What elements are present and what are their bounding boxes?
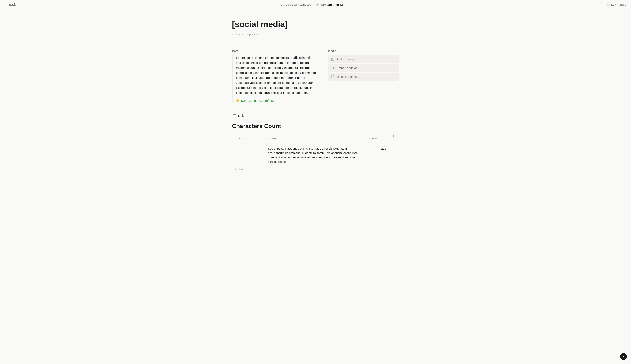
table-tab[interactable]: Table bbox=[232, 112, 245, 120]
post-body-text: Lorem ipsum dolor sit amet, consectetur … bbox=[236, 55, 318, 95]
embed-video-label: Embed or uploa... bbox=[337, 66, 360, 70]
post-column: Post Lorem ipsum dolor sit amet, consect… bbox=[232, 50, 318, 102]
add-column-button[interactable]: + bbox=[391, 134, 396, 138]
media-column: Media Add an image Embed or uploa.. bbox=[328, 50, 399, 102]
video-icon bbox=[331, 66, 335, 70]
length-col-icon: Σ bbox=[366, 137, 368, 140]
editing-label: You're editing a template in bbox=[279, 3, 314, 6]
info-icon: ⓘ bbox=[607, 3, 610, 6]
table-header-row: Aa Name ≡ Text Σ Length + ··· bbox=[232, 132, 399, 145]
row-actions-cell bbox=[389, 145, 399, 166]
add-icon: + bbox=[234, 168, 236, 171]
media-section-label: Media bbox=[328, 50, 399, 53]
text-col-icon: ≡ bbox=[268, 137, 269, 140]
more-options-button[interactable]: ··· bbox=[391, 138, 397, 143]
length-col-label: Length bbox=[369, 137, 378, 140]
more-properties-label: 5 more properties bbox=[235, 32, 258, 36]
row-length-cell: 216 bbox=[364, 145, 389, 166]
back-arrow-icon: ← bbox=[5, 3, 8, 6]
link-emoji: 👉 bbox=[236, 98, 240, 102]
name-col-icon: Aa bbox=[234, 137, 238, 140]
post-content-block: Lorem ipsum dolor sit amet, consectetur … bbox=[232, 55, 318, 102]
post-section-label: Post bbox=[232, 50, 318, 53]
image-icon bbox=[331, 57, 335, 61]
back-label: Back bbox=[9, 3, 16, 6]
back-button[interactable]: ← Back bbox=[5, 3, 16, 6]
upload-file-button[interactable]: Upload or embe... bbox=[328, 73, 399, 81]
editing-context: You're editing a template in ▦ Content P… bbox=[279, 3, 344, 6]
column-header-length[interactable]: Σ Length bbox=[364, 132, 389, 145]
corner-action-button[interactable]: ✦ bbox=[620, 353, 627, 360]
upload-file-label: Upload or embe... bbox=[337, 75, 360, 78]
embed-video-button[interactable]: Embed or uploa... bbox=[328, 64, 399, 72]
row-length-value: 216 bbox=[381, 147, 386, 150]
svg-point-1 bbox=[332, 58, 333, 59]
main-content: [social media] ∨ 5 more properties Post … bbox=[190, 9, 441, 189]
table-title: Characters Count bbox=[232, 123, 399, 130]
column-header-actions: + ··· bbox=[389, 132, 399, 145]
text-col-label: Text bbox=[271, 137, 276, 140]
chevron-down-icon: ∨ bbox=[232, 33, 234, 36]
file-icon bbox=[331, 75, 335, 78]
new-row-button[interactable]: + New bbox=[232, 166, 399, 172]
table-tabs: Table bbox=[232, 112, 399, 120]
column-header-text[interactable]: ≡ Text bbox=[265, 132, 364, 145]
new-row-label: New bbox=[237, 168, 243, 171]
table-icon bbox=[233, 114, 236, 117]
app-db-icon: ▦ bbox=[316, 3, 319, 6]
svg-rect-2 bbox=[331, 67, 334, 69]
divider bbox=[232, 42, 399, 43]
row-name-cell[interactable] bbox=[232, 145, 265, 166]
top-bar: ← Back You're editing a template in ▦ Co… bbox=[0, 0, 631, 9]
post-media-section: Post Lorem ipsum dolor sit amet, consect… bbox=[232, 50, 399, 102]
link-text: ramesquinerie.com/blog bbox=[241, 99, 275, 102]
more-properties-toggle[interactable]: ∨ 5 more properties bbox=[232, 32, 399, 36]
page-title: [social media] bbox=[232, 19, 399, 29]
app-name: Content Planner bbox=[321, 3, 344, 6]
characters-count-table: Aa Name ≡ Text Σ Length + ··· bbox=[232, 132, 399, 166]
row-text-value: Sed ut perspiciatis unde omnis iste natu… bbox=[268, 147, 358, 164]
column-header-name[interactable]: Aa Name bbox=[232, 132, 265, 145]
table-row: Sed ut perspiciatis unde omnis iste natu… bbox=[232, 145, 399, 166]
add-image-button[interactable]: Add an image bbox=[328, 55, 399, 63]
row-text-cell[interactable]: Sed ut perspiciatis unde omnis iste natu… bbox=[265, 145, 364, 166]
learn-more-button[interactable]: ⓘ Learn more bbox=[607, 3, 626, 6]
corner-icon: ✦ bbox=[622, 355, 625, 358]
learn-more-label: Learn more bbox=[611, 3, 626, 6]
media-buttons-group: Add an image Embed or uploa... Upload or… bbox=[328, 55, 399, 81]
svg-rect-3 bbox=[233, 114, 236, 117]
name-col-label: Name bbox=[239, 137, 246, 140]
table-tab-label: Table bbox=[237, 114, 244, 117]
post-link[interactable]: 👉 ramesquinerie.com/blog bbox=[236, 98, 318, 102]
add-image-label: Add an image bbox=[337, 58, 355, 61]
table-section: Table Characters Count Aa Name ≡ Text bbox=[232, 112, 399, 172]
